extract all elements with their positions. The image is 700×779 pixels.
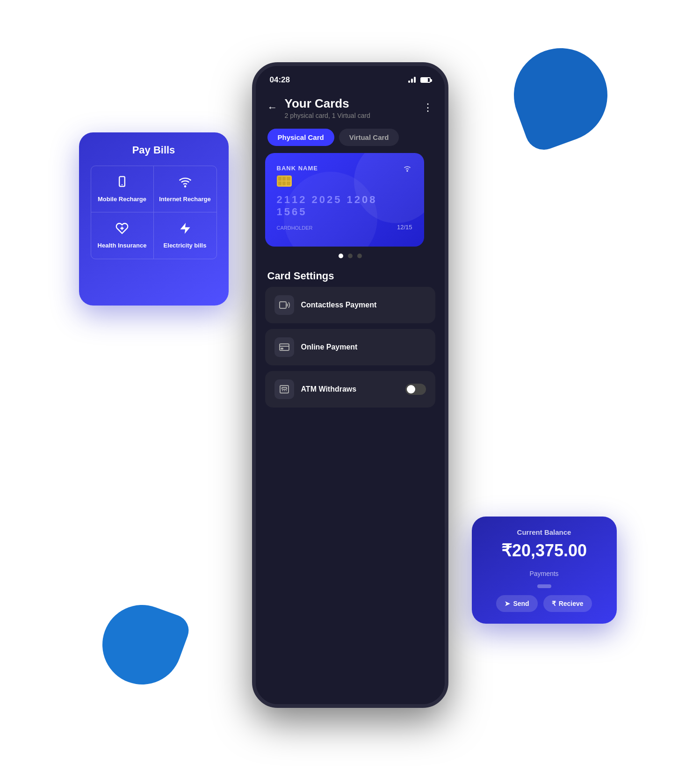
atm-icon [274, 379, 294, 399]
receive-button[interactable]: ₹ Recieve [543, 595, 592, 612]
battery-fill [421, 78, 428, 82]
send-label: Send [513, 600, 529, 607]
svg-rect-7 [280, 302, 286, 308]
balance-title: Current Balance [484, 528, 605, 536]
cards-area: BANK NAME [256, 153, 445, 247]
settings-list: Contactless Payment Online Payment [256, 287, 445, 408]
tab-physical-card[interactable]: Physical Card [267, 129, 334, 146]
status-time: 04:28 [270, 75, 290, 85]
signal-bar-1 [408, 80, 410, 83]
toggle-knob [407, 385, 415, 393]
settings-item-contactless[interactable]: Contactless Payment [265, 287, 435, 323]
mobile-recharge-label: Mobile Recharge [98, 196, 146, 203]
card-footer: CARDHOLDER 12/15 [277, 224, 412, 231]
send-button[interactable]: ➤ Send [496, 595, 537, 612]
contactless-label: Contactless Payment [301, 301, 426, 309]
card-number: 2112 2025 1208 1565 [277, 194, 412, 218]
pay-bills-card: Pay Bills Mobile Recharge [79, 132, 229, 306]
phone-inner: 04:28 ← Your Cards 2 physic [256, 66, 445, 704]
payments-indicator [537, 584, 551, 588]
signal-bars [408, 77, 416, 83]
page-header: ← Your Cards 2 physical card, 1 Virtual … [256, 89, 445, 122]
more-menu-button[interactable]: ⋮ [423, 102, 433, 114]
balance-amount: ₹20,375.00 [484, 541, 605, 561]
blob-top-right [500, 35, 620, 154]
back-button[interactable]: ← [267, 102, 278, 114]
settings-item-atm[interactable]: ATM Withdraws [265, 371, 435, 408]
page-subtitle: 2 physical card, 1 Virtual card [285, 112, 423, 119]
cardholder-label: CARDHOLDER [277, 225, 313, 231]
receive-icon: ₹ [552, 600, 556, 607]
app-scene: Pay Bills Mobile Recharge [93, 39, 607, 741]
card-expiry: 12/15 [397, 224, 412, 231]
svg-point-6 [407, 170, 408, 171]
signal-bar-2 [411, 79, 413, 83]
balance-card: Current Balance ₹20,375.00 Payments ➤ Se… [472, 517, 617, 624]
svg-point-1 [122, 184, 123, 185]
battery-icon [420, 77, 431, 83]
atm-toggle[interactable] [405, 384, 426, 395]
balance-actions: ➤ Send ₹ Recieve [484, 595, 605, 612]
svg-rect-12 [282, 387, 287, 389]
settings-item-online[interactable]: Online Payment [265, 329, 435, 365]
dot-1[interactable] [339, 254, 343, 258]
health-insurance-label: Health Insurance [98, 242, 147, 249]
svg-rect-10 [281, 348, 283, 349]
page-title: Your Cards [285, 96, 423, 111]
card-bank-name: BANK NAME [277, 165, 318, 172]
electricity-icon [179, 222, 192, 238]
pay-bills-item-internet[interactable]: Internet Recharge [154, 166, 216, 212]
tab-bar: Physical Card Virtual Card [256, 122, 445, 153]
online-payment-label: Online Payment [301, 343, 426, 351]
credit-card-1[interactable]: BANK NAME [265, 153, 424, 247]
mobile-recharge-icon [115, 175, 129, 192]
electricity-label: Electricity bills [164, 242, 207, 249]
signal-bar-3 [414, 77, 416, 83]
header-title-block: Your Cards 2 physical card, 1 Virtual ca… [285, 96, 423, 119]
dot-2[interactable] [348, 254, 353, 258]
nfc-icon [402, 162, 412, 175]
contactless-icon [274, 295, 294, 315]
atm-label: ATM Withdraws [301, 385, 398, 393]
health-insurance-icon [115, 222, 129, 238]
phone-frame: 04:28 ← Your Cards 2 physic [252, 62, 448, 708]
send-icon: ➤ [505, 600, 510, 607]
dot-3[interactable] [357, 254, 362, 258]
pay-bills-item-mobile[interactable]: Mobile Recharge [91, 166, 154, 212]
blob-bottom-left [91, 594, 193, 696]
status-icons [408, 77, 431, 83]
pay-bills-item-health[interactable]: Health Insurance [91, 212, 154, 259]
pay-bills-grid: Mobile Recharge Internet Recharge [91, 166, 217, 259]
card-settings-title: Card Settings [256, 265, 445, 287]
pay-bills-title: Pay Bills [91, 144, 217, 156]
pay-bills-item-electricity[interactable]: Electricity bills [154, 212, 216, 259]
payments-label: Payments [484, 570, 605, 577]
receive-label: Recieve [559, 600, 584, 607]
internet-recharge-icon [179, 175, 192, 192]
online-payment-icon [274, 337, 294, 357]
status-bar: 04:28 [256, 66, 445, 89]
svg-marker-5 [180, 223, 190, 233]
carousel-dots [256, 254, 445, 258]
tab-virtual-card[interactable]: Virtual Card [339, 129, 399, 146]
internet-recharge-label: Internet Recharge [159, 196, 211, 203]
svg-point-2 [184, 186, 185, 187]
